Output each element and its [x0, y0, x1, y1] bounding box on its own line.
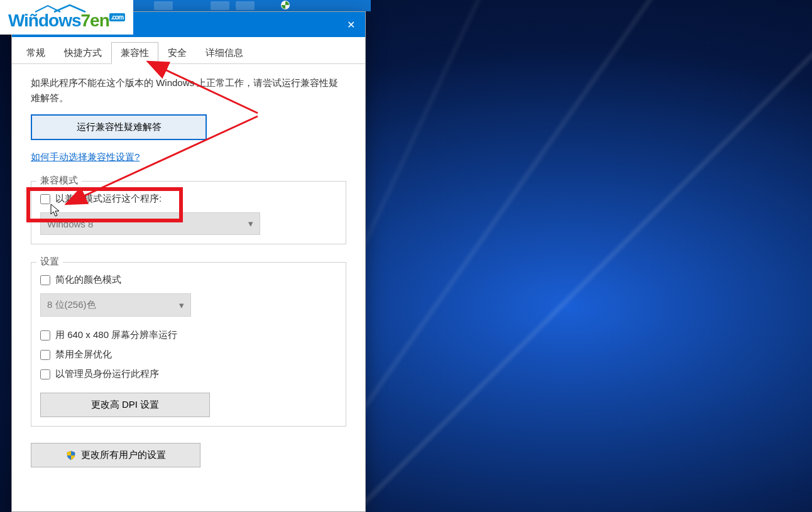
compat-mode-label: 以兼容模式运行这个程序: [55, 193, 162, 205]
run-as-admin-row[interactable]: 以管理员身份运行此程序 [40, 368, 337, 380]
tab-shortcut[interactable]: 快捷方式 [55, 42, 111, 63]
compat-mode-group: 兼容模式 以兼容模式运行这个程序: Windows 8 ▾ [31, 181, 346, 244]
help-text: 如果此程序不能在这个版本的 Windows 上正常工作，请尝试运行兼容性疑难解答… [31, 75, 346, 106]
run-as-admin-label: 以管理员身份运行此程序 [55, 368, 159, 380]
taskbar-green-icon[interactable] [275, 0, 295, 10]
uac-shield-icon [66, 450, 76, 460]
settings-legend: 设置 [36, 256, 63, 268]
compat-os-dropdown[interactable]: Windows 8 ▾ [40, 212, 260, 235]
reduced-color-row[interactable]: 简化的颜色模式 [40, 274, 337, 286]
resolution-label: 用 640 x 480 屏幕分辨率运行 [55, 329, 177, 341]
compat-mode-checkbox-row[interactable]: 以兼容模式运行这个程序: [40, 193, 337, 205]
chevron-down-icon: ▾ [248, 218, 253, 229]
tab-details[interactable]: 详细信息 [196, 42, 253, 63]
disable-fullscreen-row[interactable]: 禁用全屏优化 [40, 349, 337, 361]
compat-mode-checkbox[interactable] [40, 194, 50, 204]
tab-general[interactable]: 常规 [17, 42, 55, 63]
manual-settings-link[interactable]: 如何手动选择兼容性设置? [31, 151, 140, 162]
compat-mode-legend: 兼容模式 [36, 175, 82, 187]
color-depth-dropdown[interactable]: 8 位(256)色 ▾ [40, 293, 191, 317]
compatibility-panel: 如果此程序不能在这个版本的 Windows 上正常工作，请尝试运行兼容性疑难解答… [12, 64, 365, 479]
taskbar-app-icon[interactable] [211, 1, 229, 10]
close-icon: ✕ [347, 19, 355, 31]
resolution-row[interactable]: 用 640 x 480 屏幕分辨率运行 [40, 329, 337, 341]
taskbar-app-icon[interactable] [236, 1, 255, 10]
watermark-logo: Wiñdows7en.com [0, 0, 133, 35]
reduced-color-checkbox[interactable] [40, 275, 50, 285]
troubleshoot-button[interactable]: 运行兼容性疑难解答 [31, 114, 207, 140]
all-users-button[interactable]: 更改所有用户的设置 [31, 443, 200, 467]
run-as-admin-checkbox[interactable] [40, 369, 50, 379]
taskbar-app-icon[interactable] [154, 1, 173, 10]
chevron-down-icon: ▾ [179, 300, 184, 311]
dpi-settings-button[interactable]: 更改高 DPI 设置 [40, 393, 210, 417]
tab-security[interactable]: 安全 [158, 42, 196, 63]
close-button[interactable]: ✕ [336, 12, 365, 37]
tab-compatibility[interactable]: 兼容性 [111, 42, 158, 64]
reduced-color-label: 简化的颜色模式 [55, 274, 121, 286]
disable-fullscreen-label: 禁用全屏优化 [55, 349, 112, 361]
tab-bar: 常规 快捷方式 兼容性 安全 详细信息 [12, 37, 365, 64]
properties-dialog: ✕ 常规 快捷方式 兼容性 安全 详细信息 如果此程序不能在这个版本的 Wind… [11, 11, 366, 512]
disable-fullscreen-checkbox[interactable] [40, 350, 50, 360]
settings-group: 设置 简化的颜色模式 8 位(256)色 ▾ 用 640 x 480 屏幕分辨率… [31, 262, 346, 427]
resolution-checkbox[interactable] [40, 330, 50, 340]
logo-text: Wiñdows7en.com [8, 11, 125, 31]
